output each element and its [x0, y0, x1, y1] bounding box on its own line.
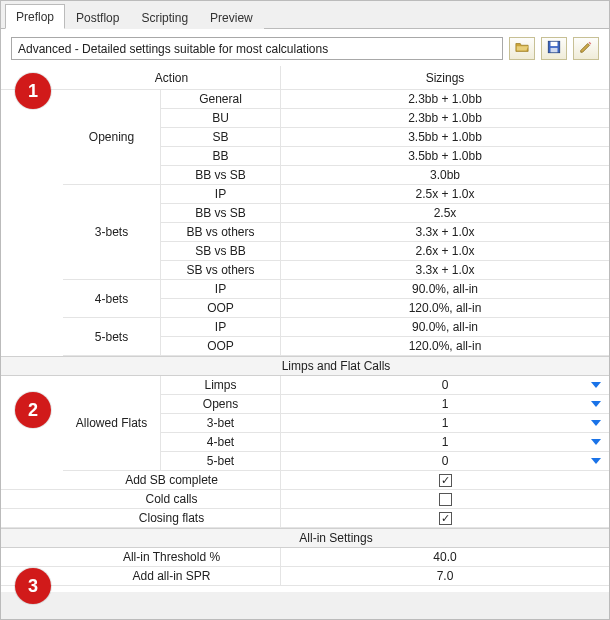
group-3-bets: 3-betsIP2.5x + 1.0xBB vs SB2.5xBB vs oth…	[1, 185, 609, 280]
sizing-value[interactable]: 120.0%, all-in	[281, 299, 609, 317]
sizing-sub: BB vs SB	[161, 204, 281, 222]
sizing-row: SB3.5bb + 1.0bb	[161, 128, 609, 147]
sizing-row: SB vs others3.3x + 1.0x	[161, 261, 609, 280]
sizing-value[interactable]: 120.0%, all-in	[281, 337, 609, 355]
check-row: Closing flats✓	[1, 509, 609, 528]
sizing-row: BB vs SB3.0bb	[161, 166, 609, 185]
profile-select[interactable]: Advanced - Detailed settings suitable fo…	[11, 37, 503, 60]
checkbox[interactable]: ✓	[439, 474, 452, 487]
allin-row: All-in Threshold %40.0	[1, 548, 609, 567]
svg-rect-2	[551, 48, 558, 52]
sizing-value[interactable]: 2.5x + 1.0x	[281, 185, 609, 203]
flats-sub: 3-bet	[161, 414, 281, 432]
header-row: Action Sizings	[1, 66, 609, 90]
profile-toolbar: Advanced - Detailed settings suitable fo…	[1, 29, 609, 66]
sizing-value[interactable]: 2.3bb + 1.0bb	[281, 90, 609, 108]
group-label: 3-bets	[63, 185, 161, 280]
tab-scripting[interactable]: Scripting	[130, 5, 199, 29]
sizing-sub: IP	[161, 318, 281, 336]
sizing-row: IP2.5x + 1.0x	[161, 185, 609, 204]
sizing-row: BB vs others3.3x + 1.0x	[161, 223, 609, 242]
sizing-value[interactable]: 90.0%, all-in	[281, 318, 609, 336]
group-label: Allowed Flats	[63, 376, 161, 471]
group-5-bets: 5-betsIP90.0%, all-inOOP120.0%, all-in	[1, 318, 609, 356]
section-allin-banner: All-in Settings	[1, 528, 609, 548]
sizing-value[interactable]: 3.5bb + 1.0bb	[281, 128, 609, 146]
flats-value[interactable]: 1	[281, 433, 609, 451]
sizing-row: General2.3bb + 1.0bb	[161, 90, 609, 109]
dropdown-icon	[591, 437, 601, 447]
edit-profile-button[interactable]	[573, 37, 599, 60]
check-row: Cold calls	[1, 490, 609, 509]
section-limps-banner: Limps and Flat Calls	[1, 356, 609, 376]
flats-row: Opens1	[161, 395, 609, 414]
sizing-value[interactable]: 3.0bb	[281, 166, 609, 184]
flats-row: Limps0	[161, 376, 609, 395]
sizing-sub: IP	[161, 280, 281, 298]
sizing-value[interactable]: 2.3bb + 1.0bb	[281, 109, 609, 127]
save-profile-button[interactable]	[541, 37, 567, 60]
flats-value[interactable]: 0	[281, 452, 609, 470]
dropdown-icon	[591, 380, 601, 390]
checkbox[interactable]: ✓	[439, 512, 452, 525]
flats-row: 4-bet1	[161, 433, 609, 452]
group-label: 5-bets	[63, 318, 161, 356]
group-allowed-flats: Allowed FlatsLimps0Opens13-bet14-bet15-b…	[1, 376, 609, 471]
sizing-row: OOP120.0%, all-in	[161, 337, 609, 356]
dropdown-icon	[591, 399, 601, 409]
tab-preflop[interactable]: Preflop	[5, 4, 65, 29]
sizing-value[interactable]: 2.6x + 1.0x	[281, 242, 609, 260]
allin-value[interactable]: 40.0	[281, 548, 609, 566]
sizing-value[interactable]: 3.3x + 1.0x	[281, 261, 609, 279]
flats-sub: Opens	[161, 395, 281, 413]
tab-postflop[interactable]: Postflop	[65, 5, 130, 29]
allin-label: Add all-in SPR	[63, 567, 281, 585]
allin-row: Add all-in SPR7.0	[1, 567, 609, 586]
flats-value[interactable]: 1	[281, 414, 609, 432]
save-disk-icon	[547, 40, 561, 57]
sizing-sub: BB vs others	[161, 223, 281, 241]
folder-open-icon	[515, 40, 529, 57]
dropdown-icon	[591, 418, 601, 428]
flats-sub: 4-bet	[161, 433, 281, 451]
sizing-row: IP90.0%, all-in	[161, 318, 609, 337]
check-label: Closing flats	[63, 509, 281, 527]
preflop-panel: Action Sizings OpeningGeneral2.3bb + 1.0…	[1, 66, 609, 592]
allin-value[interactable]: 7.0	[281, 567, 609, 585]
flats-value[interactable]: 0	[281, 376, 609, 394]
flats-sub: 5-bet	[161, 452, 281, 470]
sizing-sub: SB vs others	[161, 261, 281, 279]
sizing-sub: OOP	[161, 337, 281, 355]
sizing-sub: BU	[161, 109, 281, 127]
header-sizings: Sizings	[281, 66, 609, 89]
sizing-row: BB vs SB2.5x	[161, 204, 609, 223]
sizing-sub: SB	[161, 128, 281, 146]
open-profile-button[interactable]	[509, 37, 535, 60]
checkbox[interactable]	[439, 493, 452, 506]
sizing-sub: BB	[161, 147, 281, 165]
flats-value[interactable]: 1	[281, 395, 609, 413]
sizing-row: OOP120.0%, all-in	[161, 299, 609, 318]
sizing-sub: OOP	[161, 299, 281, 317]
badge-3: 3	[15, 568, 51, 604]
header-action: Action	[63, 66, 281, 89]
badge-2: 2	[15, 392, 51, 428]
sizing-value[interactable]: 3.3x + 1.0x	[281, 223, 609, 241]
sizing-value[interactable]: 90.0%, all-in	[281, 280, 609, 298]
badge-1: 1	[15, 73, 51, 109]
group-label: 4-bets	[63, 280, 161, 318]
group-opening: OpeningGeneral2.3bb + 1.0bbBU2.3bb + 1.0…	[1, 90, 609, 185]
flats-row: 5-bet0	[161, 452, 609, 471]
sizing-sub: IP	[161, 185, 281, 203]
sizing-value[interactable]: 3.5bb + 1.0bb	[281, 147, 609, 165]
tab-preview[interactable]: Preview	[199, 5, 264, 29]
flats-row: 3-bet1	[161, 414, 609, 433]
sizing-value[interactable]: 2.5x	[281, 204, 609, 222]
sizing-row: SB vs BB2.6x + 1.0x	[161, 242, 609, 261]
dropdown-icon	[591, 456, 601, 466]
group-label: Opening	[63, 90, 161, 185]
edit-pencil-icon	[579, 40, 593, 57]
sizing-sub: General	[161, 90, 281, 108]
sizing-sub: SB vs BB	[161, 242, 281, 260]
allin-label: All-in Threshold %	[63, 548, 281, 566]
